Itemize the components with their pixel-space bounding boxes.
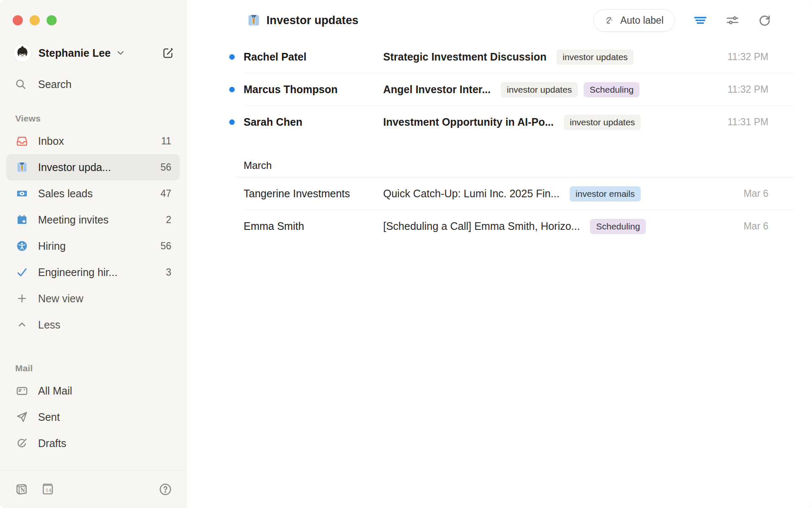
checkmark-icon — [16, 266, 28, 278]
plus-icon — [16, 293, 28, 304]
filter-icon[interactable] — [694, 14, 707, 27]
help-icon[interactable] — [158, 482, 173, 497]
label-badge[interactable]: investor emails — [570, 186, 641, 202]
sidebar-item-label: Sent — [38, 411, 60, 423]
refresh-icon[interactable] — [758, 14, 771, 27]
sidebar-item-drafts[interactable]: Drafts — [6, 430, 180, 456]
email-time: Mar 6 — [743, 221, 812, 232]
unread-dot — [229, 119, 235, 125]
date-group-label: March — [244, 160, 272, 171]
unread-count: 2 — [166, 214, 171, 226]
email-time: Mar 6 — [743, 188, 812, 199]
compose-icon[interactable] — [162, 47, 174, 59]
sidebar-item-label: Drafts — [38, 437, 66, 450]
sidebar-item-investor-updates[interactable]: Investor upda... 56 — [6, 154, 180, 180]
sidebar: Stephanie Lee Search Views — [0, 0, 186, 508]
app-window: Stephanie Lee Search Views — [0, 0, 812, 508]
email-row[interactable]: Emma Smith [Scheduling a Call] Emma Smit… — [187, 210, 812, 243]
sidebar-item-label: Meeting invites — [38, 214, 109, 226]
email-row[interactable]: Rachel Patel Strategic Investment Discus… — [187, 41, 812, 73]
sidebar-item-label: Sales leads — [38, 188, 93, 200]
main-panel: Investor updates Auto label — [186, 0, 812, 508]
email-subject: Investment Opportunity in AI-Po... — [383, 116, 554, 128]
views-nav: Inbox 11 Investor upda... 56 — [0, 128, 186, 338]
unread-count: 11 — [161, 135, 171, 147]
mail-section-label: Mail — [15, 363, 186, 373]
all-mail-icon — [16, 384, 28, 397]
auto-label-text: Auto label — [620, 15, 664, 26]
view-header: Investor updates Auto label — [187, 0, 812, 41]
sidebar-footer: N 14 — [0, 470, 186, 508]
sidebar-item-label: Hiring — [38, 240, 66, 252]
email-subject: Quick Catch-Up: Lumi Inc. 2025 Fin... — [383, 188, 560, 200]
chevron-up-icon — [16, 319, 28, 330]
sidebar-item-label: Investor upda... — [38, 161, 111, 174]
notion-icon[interactable]: N — [14, 482, 29, 497]
close-window-button[interactable] — [13, 15, 23, 25]
date-group-header: March — [187, 154, 812, 177]
sidebar-item-all-mail[interactable]: All Mail — [6, 378, 180, 404]
accessibility-icon — [16, 240, 28, 252]
page-title: Investor updates — [266, 14, 359, 27]
new-view-button[interactable]: New view — [6, 285, 180, 312]
unread-count: 56 — [160, 162, 171, 173]
email-row[interactable]: Marcus Thompson Angel Investor Inter... … — [187, 73, 812, 106]
email-sender: Sarah Chen — [244, 116, 383, 128]
email-list: Rachel Patel Strategic Investment Discus… — [187, 41, 812, 243]
auto-label-button[interactable]: Auto label — [593, 9, 675, 32]
chevron-down-icon[interactable] — [116, 48, 125, 58]
email-time: 11:31 PM — [727, 116, 812, 128]
sidebar-item-sales-leads[interactable]: Sales leads 47 — [6, 180, 180, 207]
search-icon — [14, 78, 27, 91]
notion-calendar-icon[interactable]: 14 — [41, 482, 55, 497]
minimize-window-button[interactable] — [30, 15, 40, 25]
sidebar-item-hiring[interactable]: Hiring 56 — [6, 233, 180, 259]
unread-count: 47 — [160, 188, 171, 199]
email-row[interactable]: Tangerine Investments Quick Catch-Up: Lu… — [187, 177, 812, 210]
email-subject: [Scheduling a Call] Emma Smith, Horizo..… — [383, 220, 580, 232]
sidebar-item-sent[interactable]: Sent — [6, 404, 180, 430]
avatar[interactable] — [14, 44, 31, 62]
sidebar-item-inbox[interactable]: Inbox 11 — [6, 128, 180, 154]
send-icon — [16, 411, 28, 423]
window-controls — [0, 0, 186, 25]
email-sender: Rachel Patel — [244, 51, 383, 63]
auto-label-icon — [603, 14, 615, 26]
email-time: 11:32 PM — [727, 51, 812, 63]
necktie-icon — [16, 161, 28, 173]
sliders-icon[interactable] — [726, 14, 739, 27]
email-sender: Emma Smith — [244, 220, 383, 232]
label-badge[interactable]: Scheduling — [584, 82, 639, 97]
sidebar-item-label: All Mail — [38, 385, 72, 397]
unread-count: 3 — [166, 267, 171, 278]
unread-dot — [229, 54, 235, 60]
email-row[interactable]: Sarah Chen Investment Opportunity in AI-… — [187, 106, 812, 138]
unread-dot — [229, 87, 235, 92]
sidebar-item-engineering-hiring[interactable]: Engineering hir... 3 — [6, 259, 180, 285]
label-badge[interactable]: investor updates — [557, 50, 634, 65]
calendar-icon — [16, 214, 28, 226]
views-section-label: Views — [15, 113, 186, 124]
less-label: Less — [38, 319, 60, 331]
label-badge[interactable]: Scheduling — [590, 219, 646, 234]
inbox-icon — [16, 135, 28, 147]
email-subject: Strategic Investment Discussion — [383, 51, 546, 63]
new-view-label: New view — [38, 293, 83, 305]
email-sender: Tangerine Investments — [244, 188, 383, 200]
account-switcher: Stephanie Lee — [14, 44, 174, 62]
sidebar-item-meeting-invites[interactable]: Meeting invites 2 — [6, 207, 180, 233]
search-label: Search — [38, 78, 71, 91]
label-badge[interactable]: investor updates — [564, 115, 641, 130]
sidebar-item-label: Inbox — [38, 135, 64, 147]
less-button[interactable]: Less — [6, 312, 180, 338]
email-time: 11:32 PM — [727, 84, 812, 95]
svg-text:N: N — [20, 487, 25, 493]
unread-count: 56 — [160, 240, 171, 252]
zoom-window-button[interactable] — [47, 15, 57, 25]
label-badge[interactable]: investor updates — [501, 82, 578, 97]
svg-text:14: 14 — [46, 487, 52, 493]
user-name[interactable]: Stephanie Lee — [38, 47, 111, 59]
search-button[interactable]: Search — [14, 78, 174, 91]
mail-nav: All Mail Sent Drafts — [0, 378, 186, 456]
drafts-icon — [16, 437, 28, 450]
